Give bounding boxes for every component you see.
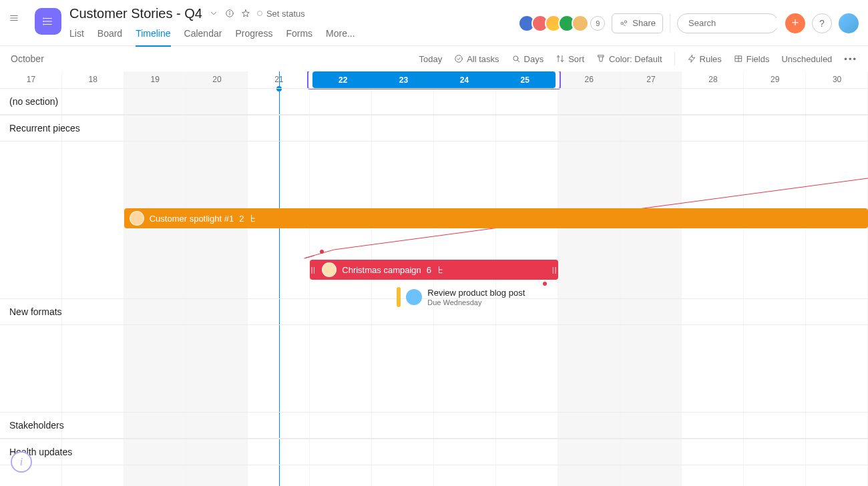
date-header[interactable]: 17 bbox=[0, 71, 62, 88]
info-fab[interactable]: i bbox=[11, 451, 32, 473]
svg-point-17 bbox=[455, 55, 463, 63]
date-header[interactable]: 28 bbox=[682, 71, 744, 88]
tab-progress[interactable]: Progress bbox=[235, 24, 272, 47]
tab-more[interactable]: More... bbox=[326, 24, 355, 47]
section-header[interactable]: Health updates bbox=[0, 439, 868, 465]
rules-button[interactable]: Rules bbox=[687, 54, 722, 64]
month-label: October bbox=[11, 53, 44, 64]
date-header[interactable]: 29 bbox=[744, 71, 806, 88]
date-range-highlight: 22232425 bbox=[312, 71, 555, 88]
assignee-avatar bbox=[406, 289, 422, 305]
section-header[interactable]: Stakeholders bbox=[0, 412, 868, 439]
share-button[interactable]: Share bbox=[612, 13, 663, 33]
subtask-icon bbox=[249, 214, 258, 223]
date-header[interactable]: 26 bbox=[558, 71, 620, 88]
svg-line-19 bbox=[517, 60, 519, 62]
separator bbox=[670, 14, 670, 33]
search-field[interactable] bbox=[688, 18, 801, 28]
timeline-toolbar: October Today All tasks Days Sort Color:… bbox=[0, 46, 868, 71]
more-button[interactable]: ••• bbox=[844, 54, 857, 64]
unscheduled-button[interactable]: Unscheduled bbox=[781, 54, 832, 64]
profile-avatar[interactable] bbox=[839, 13, 859, 33]
resize-handle-right[interactable]: || bbox=[552, 260, 558, 280]
task-title: Customer spotlight #1 bbox=[150, 214, 234, 224]
today-button[interactable]: Today bbox=[419, 54, 442, 64]
tab-forms[interactable]: Forms bbox=[286, 24, 312, 47]
resize-handle-left[interactable]: || bbox=[310, 260, 316, 280]
date-header[interactable]: 20 bbox=[186, 71, 248, 88]
fields-button[interactable]: Fields bbox=[734, 54, 770, 64]
member-overflow[interactable]: 9 bbox=[590, 16, 605, 31]
svg-marker-12 bbox=[242, 10, 250, 17]
date-header[interactable]: 19 bbox=[124, 71, 186, 88]
star-icon[interactable] bbox=[241, 9, 250, 18]
color-button[interactable]: Color: Default bbox=[596, 54, 662, 64]
task-color-tag bbox=[397, 287, 401, 307]
topbar: Customer Stories - Q4 Set status ListBoa… bbox=[0, 0, 868, 46]
assignee-avatar bbox=[322, 262, 337, 277]
chevron-down-icon[interactable] bbox=[209, 9, 218, 18]
tabs: ListBoardTimelineCalendarProgressFormsMo… bbox=[69, 24, 355, 47]
task-bar-christmas-campaign[interactable]: || Christmas campaign 6 || bbox=[310, 260, 558, 280]
subtask-count: 6 bbox=[427, 265, 431, 275]
search-input[interactable] bbox=[677, 13, 779, 33]
avatar[interactable] bbox=[572, 15, 589, 32]
date-header[interactable]: 18 bbox=[62, 71, 124, 88]
svg-point-13 bbox=[621, 22, 624, 25]
dependency-dot bbox=[320, 250, 324, 254]
task-due: Due Wednesday bbox=[427, 298, 525, 306]
task-title: Christmas campaign bbox=[342, 265, 421, 275]
menu-icon[interactable] bbox=[9, 13, 25, 29]
info-icon[interactable] bbox=[225, 9, 234, 18]
svg-point-7 bbox=[43, 21, 44, 22]
task-title: Review product blog post bbox=[427, 288, 525, 298]
tab-timeline[interactable]: Timeline bbox=[136, 24, 170, 47]
tab-list[interactable]: List bbox=[69, 24, 84, 47]
svg-point-8 bbox=[43, 24, 44, 25]
assignee-avatar bbox=[130, 211, 144, 226]
timeline[interactable]: 17181920212627282930 22232425 (no sectio… bbox=[0, 71, 868, 486]
section-header[interactable]: (no section) bbox=[0, 88, 868, 115]
status-label: Set status bbox=[266, 9, 305, 19]
project-icon[interactable] bbox=[35, 8, 61, 35]
share-label: Share bbox=[632, 18, 656, 28]
svg-point-14 bbox=[624, 20, 627, 23]
tab-calendar[interactable]: Calendar bbox=[184, 24, 222, 47]
date-header[interactable]: 30 bbox=[806, 71, 868, 88]
tab-board[interactable]: Board bbox=[97, 24, 122, 47]
add-button[interactable]: + bbox=[785, 13, 805, 33]
sort-button[interactable]: Sort bbox=[556, 54, 584, 64]
task-bar-customer-spotlight[interactable]: Customer spotlight #1 2 bbox=[124, 208, 868, 228]
task-card-review[interactable]: Review product blog post Due Wednesday bbox=[397, 286, 525, 308]
status-button[interactable]: Set status bbox=[257, 9, 305, 19]
date-header[interactable]: 27 bbox=[620, 71, 682, 88]
filter-button[interactable]: All tasks bbox=[454, 54, 499, 64]
members[interactable]: 9 bbox=[522, 15, 605, 32]
project-title[interactable]: Customer Stories - Q4 bbox=[69, 6, 202, 21]
section-header[interactable]: Recurrent pieces bbox=[0, 115, 868, 142]
subtask-count: 2 bbox=[239, 214, 244, 224]
subtask-icon bbox=[437, 265, 446, 274]
svg-point-6 bbox=[43, 18, 44, 19]
topbar-right: 9 Share + ? bbox=[522, 0, 859, 46]
separator bbox=[674, 52, 675, 65]
dependency-dot bbox=[543, 282, 547, 286]
title-row: Customer Stories - Q4 Set status bbox=[69, 0, 355, 23]
svg-point-11 bbox=[230, 11, 230, 12]
help-button[interactable]: ? bbox=[812, 13, 832, 33]
zoom-button[interactable]: Days bbox=[511, 54, 544, 64]
status-dot-icon bbox=[257, 11, 262, 16]
